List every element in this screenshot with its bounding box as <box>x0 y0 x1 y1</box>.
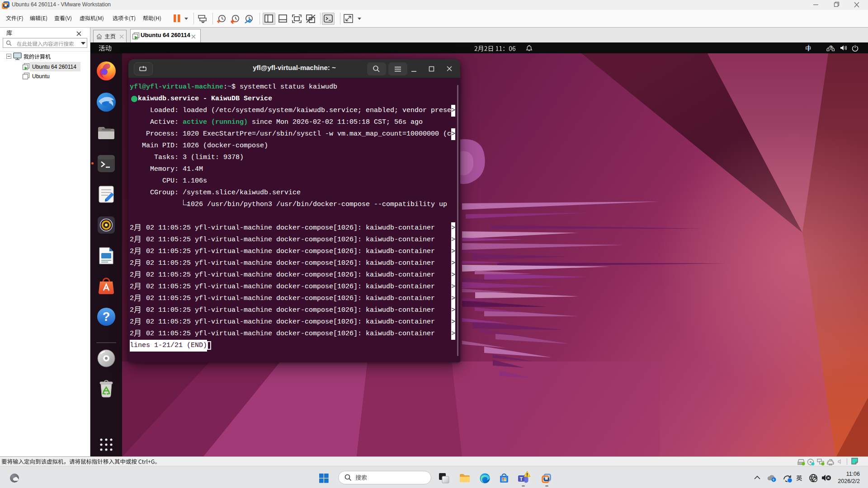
svg-text:?: ? <box>103 310 110 324</box>
svg-text:T: T <box>520 476 523 482</box>
